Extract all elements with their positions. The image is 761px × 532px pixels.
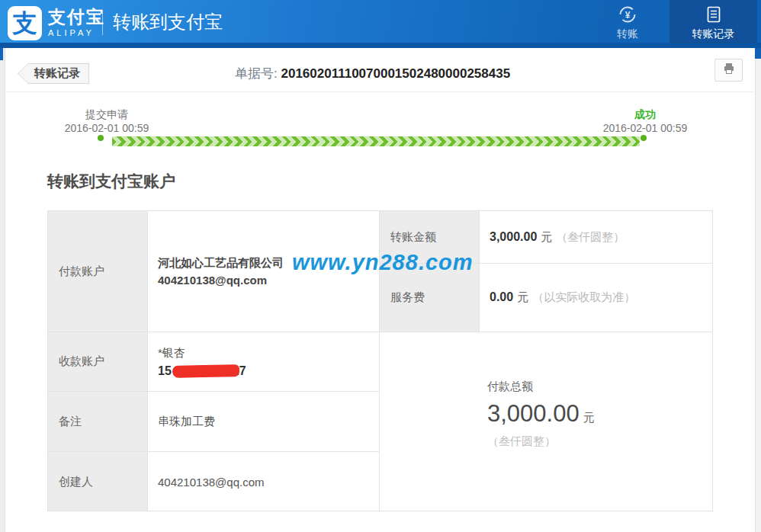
- tab-transfer-records-active[interactable]: 转账记录: [669, 0, 757, 43]
- header-divider: [102, 10, 103, 35]
- nav-transfer-label: 转账: [601, 27, 654, 41]
- transfer-yuan-icon: ¥: [601, 4, 654, 24]
- total-payment-cell: 付款总额 3,000.00 元 （叁仟圆整）: [379, 332, 713, 511]
- total-payment-label: 付款总额: [487, 380, 713, 394]
- timeline-start: 提交申请 2016-02-01 00:59: [42, 107, 172, 135]
- toolbar-divider: [6, 91, 754, 92]
- app-header: 支 支付宝 ALIPAY 转账到支付宝 ¥ 转账 转账记: [0, 0, 761, 48]
- brand-name: 支付宝: [48, 6, 105, 27]
- creator-label: 创建人: [47, 451, 147, 511]
- memo-value: 串珠加工费: [147, 391, 379, 451]
- transfer-amount-value: 3,000.00 元 （叁仟圆整）: [479, 210, 713, 263]
- page-title: 转账到支付宝: [113, 0, 223, 43]
- payee-account-value: *银杏 15 27: [147, 332, 379, 391]
- payee-name: *银杏: [158, 344, 379, 362]
- left-edge-blue-sliver: [0, 48, 3, 60]
- total-payment-words: （叁仟圆整）: [487, 434, 713, 449]
- timeline-end-dot: [641, 135, 647, 141]
- alipay-logo[interactable]: 支: [8, 6, 42, 40]
- timeline-start-title: 提交申请: [42, 107, 172, 121]
- transfer-amount-number: 3,000.00: [490, 230, 537, 244]
- order-number-value: 20160201110070001502480000258435: [281, 66, 510, 81]
- memo-label: 备注: [47, 391, 147, 451]
- payee-phone: 15 27: [158, 362, 379, 380]
- back-button-label: 转账记录: [18, 64, 88, 83]
- timeline-start-dot: [98, 135, 104, 141]
- order-number: 单据号: 20160201110070001502480000258435: [235, 65, 510, 82]
- site-watermark: www.yn288.com: [292, 250, 474, 275]
- payer-account-label: 付款账户: [47, 210, 147, 332]
- timeline-progress-track: [112, 136, 640, 146]
- printer-icon: [723, 62, 735, 78]
- service-fee-note: （以实际收取为准）: [532, 290, 635, 305]
- timeline-end-time: 2016-02-01 00:59: [580, 121, 710, 135]
- red-scribble-redaction: [172, 364, 239, 378]
- table-bottom-border: [47, 511, 713, 511]
- print-button[interactable]: [714, 59, 743, 82]
- service-fee-value: 0.00 元 （以实际收取为准）: [479, 263, 713, 332]
- header-accent-bar: [0, 43, 761, 48]
- transfer-amount-words: （叁仟圆整）: [556, 230, 625, 245]
- timeline-end: 成功 2016-02-01 00:59: [580, 107, 710, 135]
- creator-value: 404210138@qq.com: [147, 451, 379, 511]
- vertical-scrollbar[interactable]: [755, 48, 761, 532]
- timeline-success-status: 成功: [580, 107, 710, 121]
- total-payment-number: 3,000.00: [487, 400, 580, 428]
- alipay-logo-glyph: 支: [13, 7, 37, 40]
- payee-account-label: 收款账户: [47, 332, 147, 391]
- transfer-amount-unit: 元: [541, 230, 552, 245]
- brand-block: 支付宝 ALIPAY: [48, 6, 105, 38]
- order-number-label: 单据号:: [235, 66, 278, 81]
- service-fee-number: 0.00: [490, 290, 513, 304]
- left-edge-gutter: [0, 48, 5, 532]
- timeline-start-time: 2016-02-01 00:59: [42, 121, 172, 135]
- timeline-chevrons-bottom: [112, 142, 640, 147]
- section-title: 转账到支付宝账户: [47, 171, 175, 192]
- table-right-border: [712, 210, 713, 511]
- nav-item-transfer[interactable]: ¥ 转账: [601, 4, 654, 41]
- tab-records-label: 转账记录: [669, 27, 757, 41]
- total-payment-unit: 元: [583, 411, 595, 425]
- payee-phone-prefix: 15: [158, 362, 172, 380]
- creator-email: 404210138@qq.com: [158, 476, 379, 489]
- service-fee-unit: 元: [517, 290, 528, 305]
- scrollbar-top-sliver: [755, 48, 761, 59]
- brand-subtitle: ALIPAY: [48, 27, 105, 38]
- records-document-icon: [669, 4, 757, 24]
- back-button[interactable]: 转账记录: [18, 63, 89, 84]
- svg-text:¥: ¥: [625, 9, 631, 20]
- alipay-transfer-detail-page: 支 支付宝 ALIPAY 转账到支付宝 ¥ 转账 转账记: [0, 0, 761, 532]
- memo-text: 串珠加工费: [158, 415, 379, 429]
